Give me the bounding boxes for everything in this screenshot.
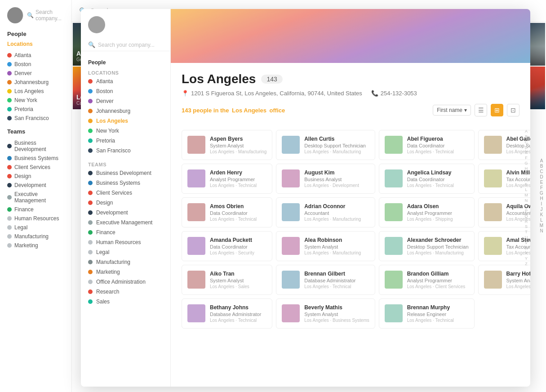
bg-team-item[interactable]: Executive Management	[7, 190, 64, 205]
person-card[interactable]: Brandon Gilliam Analyst Programmer Los A…	[379, 265, 475, 295]
overlay-alpha-letter[interactable]: R	[525, 219, 528, 224]
bg-alpha-letter[interactable]: H	[540, 196, 543, 201]
overlay-team-item[interactable]: Human Resources	[81, 237, 170, 247]
overlay-location-item[interactable]: Los Angeles	[81, 116, 170, 126]
bg-team-item[interactable]: Human Resources	[7, 214, 64, 223]
bg-alpha-letter[interactable]: M	[540, 223, 543, 228]
person-card[interactable]: Allen Curtis Desktop Support Technician …	[276, 130, 375, 160]
overlay-alpha-letter[interactable]: Z	[525, 262, 528, 267]
bg-location-item[interactable]: San Francisco	[7, 114, 64, 123]
overlay-alpha-letter[interactable]: K	[525, 182, 528, 187]
overlay-team-item[interactable]: Business Systems	[81, 178, 170, 188]
person-card[interactable]: Brennan Murphy Release Engineer Los Ange…	[379, 298, 475, 329]
bg-alpha-letter[interactable]: K	[540, 213, 543, 217]
person-card[interactable]: August Kim Business Analyst Los Angeles …	[276, 164, 375, 194]
overlay-team-item[interactable]: Manufacturing	[81, 257, 170, 267]
overlay-alpha-letter[interactable]: S	[525, 224, 528, 229]
list-view-btn[interactable]: ☰	[475, 104, 487, 116]
overlay-team-item[interactable]: Executive Management	[81, 218, 170, 227]
overlay-team-item[interactable]: Design	[81, 198, 170, 208]
grid-view-btn[interactable]: ⊞	[491, 104, 503, 116]
overlay-alpha-letter[interactable]: M	[524, 193, 528, 198]
bg-team-item[interactable]: Finance	[7, 205, 64, 214]
overlay-alpha-letter[interactable]: O	[524, 203, 528, 208]
overlay-search[interactable]: 🔍 Search your company...	[81, 39, 170, 51]
overlay-alpha-letter[interactable]: U	[525, 235, 528, 240]
sort-select[interactable]: First name ▾	[433, 105, 471, 116]
person-card[interactable]: Amanda Puckett Data Coordinator Los Ange…	[182, 231, 272, 261]
bg-team-item[interactable]: Marketing	[7, 241, 64, 250]
overlay-alpha-letter[interactable]: Q	[524, 214, 528, 219]
overlay-team-item[interactable]: Sales	[81, 297, 170, 307]
bg-alpha-letter[interactable]: D	[540, 175, 543, 179]
overlay-location-item[interactable]: Denver	[81, 96, 170, 106]
overlay-location-item[interactable]: Boston	[81, 86, 170, 96]
bg-team-item[interactable]: Design	[7, 172, 64, 181]
person-card[interactable]: Adrian Oconnor Accountant Los Angeles · …	[276, 197, 375, 227]
overlay-team-item[interactable]: Marketing	[81, 267, 170, 277]
overlay-alpha-letter[interactable]: W	[524, 246, 528, 251]
overlay-location-item[interactable]: Johannesburg	[81, 106, 170, 116]
compact-view-btn[interactable]: ⊡	[507, 104, 519, 116]
overlay-team-item[interactable]: Development	[81, 208, 170, 218]
bg-location-item[interactable]: Johannesburg	[7, 78, 64, 87]
overlay-alpha-letter[interactable]: C	[525, 140, 528, 145]
bg-alpha-letter[interactable]: F	[540, 186, 543, 190]
bg-team-item[interactable]: Development	[7, 181, 64, 190]
bg-location-item[interactable]: Pretoria	[7, 105, 64, 114]
person-card[interactable]: Arden Henry Analyst Programmer Los Angel…	[182, 164, 272, 194]
overlay-alpha-letter[interactable]: B	[525, 134, 528, 139]
bg-alpha-letter[interactable]: I	[541, 202, 542, 206]
overlay-alpha-letter[interactable]: I	[526, 172, 527, 177]
bg-alpha-letter[interactable]: N	[540, 229, 543, 233]
person-card[interactable]: Alea Robinson System Analyst Los Angeles…	[276, 231, 375, 261]
bg-location-item[interactable]: Los Angeles	[7, 87, 64, 96]
overlay-location-item[interactable]: San Francisco	[81, 146, 170, 156]
person-card[interactable]: Adara Olsen Analyst Programmer Los Angel…	[379, 197, 475, 227]
bg-team-item[interactable]: Legal	[7, 223, 64, 232]
person-card[interactable]: Amos Obrien Data Coordinator Los Angeles…	[182, 197, 272, 227]
bg-team-item[interactable]: Client Services	[7, 163, 64, 172]
person-card[interactable]: Angelica Lindsay Data Coordinator Los An…	[379, 164, 475, 194]
overlay-location-item[interactable]: Pretoria	[81, 136, 170, 146]
bg-alpha-letter[interactable]: B	[540, 164, 543, 169]
overlay-location-item[interactable]: Atlanta	[81, 76, 170, 86]
overlay-alpha-letter[interactable]: N	[525, 198, 528, 203]
person-card[interactable]: Beverly Mathis System Analyst Los Angele…	[276, 298, 375, 329]
overlay-alpha-letter[interactable]: H	[525, 166, 528, 171]
bg-location-item[interactable]: New York	[7, 96, 64, 105]
bg-alpha-letter[interactable]: C	[540, 169, 543, 174]
bg-alpha-letter[interactable]: E	[540, 180, 543, 185]
overlay-alpha-letter[interactable]: D	[525, 145, 528, 150]
bg-location-item[interactable]: Boston	[7, 60, 64, 69]
person-card[interactable]: Aiko Tran System Analyst Los Angeles · S…	[182, 265, 272, 295]
overlay-team-item[interactable]: Client Services	[81, 188, 170, 198]
overlay-alpha-letter[interactable]: X	[525, 251, 528, 256]
overlay-alpha-letter[interactable]: J	[525, 177, 528, 182]
person-card[interactable]: Bethany Johns Database Administrator Los…	[182, 298, 272, 329]
person-card[interactable]: Aspen Byers System Analyst Los Angeles ·…	[182, 130, 272, 160]
person-card[interactable]: Abel Figueroa Data Coordinator Los Angel…	[379, 130, 475, 160]
person-card[interactable]: Brennan Gilbert Database Administrator L…	[276, 265, 375, 295]
overlay-alpha-letter[interactable]: E	[525, 150, 528, 155]
overlay-team-item[interactable]: Research	[81, 287, 170, 297]
overlay-alpha-letter[interactable]: L	[525, 187, 527, 192]
bg-location-item[interactable]: Denver	[7, 69, 64, 78]
overlay-alpha-letter[interactable]: G	[524, 161, 528, 166]
bg-alpha-letter[interactable]: J	[541, 207, 543, 212]
overlay-team-item[interactable]: Legal	[81, 247, 170, 257]
bg-alpha-letter[interactable]: L	[540, 218, 543, 223]
overlay-alpha-letter[interactable]: Y	[525, 256, 528, 261]
overlay-team-item[interactable]: Office Administration	[81, 277, 170, 287]
overlay-team-item[interactable]: Business Development	[81, 168, 170, 178]
overlay-alpha-letter[interactable]: F	[525, 156, 528, 160]
bg-location-item[interactable]: Atlanta	[7, 51, 64, 60]
overlay-alpha-letter[interactable]: T	[525, 230, 528, 235]
bg-team-item[interactable]: Business Systems	[7, 154, 64, 163]
overlay-team-item[interactable]: Finance	[81, 227, 170, 237]
overlay-location-item[interactable]: New York	[81, 126, 170, 136]
bg-alpha-letter[interactable]: A	[540, 159, 543, 163]
overlay-alpha-letter[interactable]: V	[525, 241, 528, 245]
person-card[interactable]: Alexander Schroeder Desktop Support Tech…	[379, 231, 475, 261]
bg-alpha-letter[interactable]: G	[540, 191, 543, 196]
